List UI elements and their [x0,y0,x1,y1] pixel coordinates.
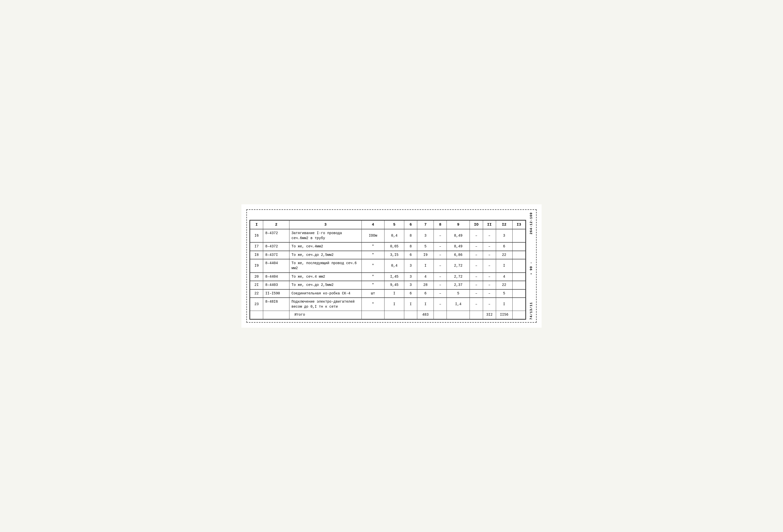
cell-col7: 4 [417,273,434,281]
cell-col11: – [483,251,496,259]
cell-col9: 6,86 [447,251,470,259]
cell-col13 [512,289,525,298]
cell-col7: 28 [417,281,434,289]
header-col-7: 7 [417,220,434,229]
cell-col3: То же, сеч.до 2,5мм2 [289,251,362,259]
table-row: 208–4404То же, сеч.4 мм2"I,4534–2,72––4 [250,273,526,281]
cell-col13 [512,281,525,289]
cell-col6: I [404,298,417,311]
cell-col11: – [483,229,496,242]
table-row: 22II–I590Соединительная ко-робка СК-4штI… [250,289,526,298]
cell-col7: 6 [417,289,434,298]
cell-col1: 23 [250,298,263,311]
cell-col12: 22 [496,251,512,259]
main-table-wrapper: I 2 3 4 5 6 7 8 9 IO II I2 I3 [249,220,526,320]
cell-col10: – [470,289,483,298]
header-col-5: 5 [384,220,404,229]
header-col-1: I [250,220,263,229]
cell-col12: I [496,259,512,272]
cell-col11: – [483,298,496,311]
cell-col11: – [483,289,496,298]
header-col-8: 8 [434,220,446,229]
cell-col3: Подключение электро-двигателей весом до … [289,298,362,311]
cell-col8: – [434,229,446,242]
cell-col12: 22 [496,281,512,289]
cell-col3: То же, сеч.4мм2 [289,243,362,251]
side-text-top: 264-12-169 [529,212,533,234]
cell-col5: I [384,289,404,298]
cell-col10: – [470,229,483,242]
cell-col1: 2I [250,281,263,289]
cell-col1: I9 [250,259,263,272]
total-col12: II56 [496,311,512,319]
cell-col10: – [470,281,483,289]
side-text-middle: • 99 - [529,262,533,275]
cell-col8: – [434,289,446,298]
cell-col13 [512,273,525,281]
side-text-area: 264-12-169 • 99 - 74/13/11 [527,210,536,322]
cell-col4: " [362,273,384,281]
cell-col13 [512,243,525,251]
cell-col6: 3 [404,259,417,272]
cell-col12: 3 [496,229,512,242]
cell-col2: 8–4404 [263,259,289,272]
cell-col2: 8–4372 [263,243,289,251]
cell-col1: 22 [250,289,263,298]
main-table: I 2 3 4 5 6 7 8 9 IO II I2 I3 [250,220,526,319]
cell-col4: " [362,281,384,289]
cell-col5: 0,4 [384,259,404,272]
cell-col6: 6 [404,289,417,298]
cell-col2: II–I590 [263,289,289,298]
cell-col2: 8–48I6 [263,298,289,311]
table-row: I68–4372Затягивание I-го провода сеч.6мм… [250,229,526,242]
cell-col5: 0,4 [384,229,404,242]
cell-col11: – [483,281,496,289]
cell-col12: I [496,298,512,311]
cell-col1: I8 [250,251,263,259]
cell-col4: IOOм [362,229,384,242]
total-col10 [470,311,483,319]
total-col4 [362,311,384,319]
total-empty-1 [250,311,263,319]
cell-col7: 3 [417,229,434,242]
cell-col1: I6 [250,229,263,242]
header-col-6: 6 [404,220,417,229]
cell-col3: То же, сеч.4 мм2 [289,273,362,281]
cell-col2: 8–437I [263,251,289,259]
cell-col4: " [362,298,384,311]
total-col13 [512,311,525,319]
cell-col1: I7 [250,243,263,251]
header-row: I 2 3 4 5 6 7 8 9 IO II I2 I3 [250,220,526,229]
cell-col5: 9,45 [384,281,404,289]
table-row: I88–437IТо же, сеч.до 2,5мм2"3,I56I9–6,8… [250,251,526,259]
table-row: I78–4372То же, сеч.4мм2"0,6585–8,49––6 [250,243,526,251]
cell-col10: – [470,273,483,281]
cell-col6: 8 [404,229,417,242]
header-col-9: 9 [447,220,470,229]
cell-col12: 5 [496,289,512,298]
table-row: 2I8–4403То же, сеч.до 2,5мм2"9,45328–2,3… [250,281,526,289]
cell-col7: 5 [417,243,434,251]
cell-col13 [512,229,525,242]
cell-col13 [512,259,525,272]
cell-col8: – [434,259,446,272]
cell-col8: – [434,298,446,311]
cell-col9: 8,49 [447,229,470,242]
cell-col8: – [434,251,446,259]
total-empty-2 [263,311,289,319]
total-col8 [434,311,446,319]
cell-col3: Затягивание I-го провода сеч.6мм2 в труб… [289,229,362,242]
header-col-10: IO [470,220,483,229]
cell-col3: То же, сеч.до 2,5мм2 [289,281,362,289]
cell-col4: " [362,251,384,259]
outer-border: 264-12-169 • 99 - 74/13/11 I 2 3 4 5 6 7… [246,209,537,323]
total-row: Итого4833I2II56 [250,311,526,319]
header-col-3: 3 [289,220,362,229]
cell-col13 [512,298,525,311]
cell-col10: – [470,251,483,259]
total-col6 [404,311,417,319]
cell-col6: 6 [404,251,417,259]
cell-col9: 2,37 [447,281,470,289]
cell-col4: " [362,243,384,251]
cell-col12: 4 [496,273,512,281]
